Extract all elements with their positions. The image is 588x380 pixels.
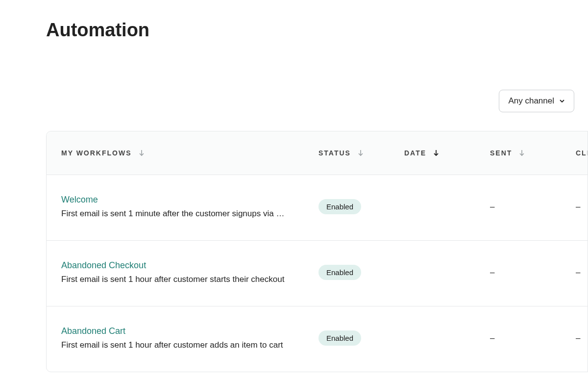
workflow-cell: Abandoned Cart First email is sent 1 hou… — [61, 326, 318, 350]
status-badge: Enabled — [318, 199, 361, 214]
status-cell: Enabled — [318, 265, 404, 280]
workflow-name-link[interactable]: Welcome — [61, 195, 309, 205]
column-header-label: CLI — [576, 149, 588, 157]
workflow-description: First email is sent 1 hour after custome… — [61, 275, 309, 284]
arrow-down-icon — [518, 149, 526, 157]
column-header-label: DATE — [404, 149, 426, 157]
status-cell: Enabled — [318, 199, 404, 214]
status-badge: Enabled — [318, 330, 361, 346]
workflow-description: First email is sent 1 minute after the c… — [61, 209, 309, 219]
table-row: Welcome First email is sent 1 minute aft… — [47, 175, 588, 241]
channel-filter-dropdown[interactable]: Any channel — [499, 90, 574, 112]
channel-filter-label: Any channel — [508, 96, 554, 106]
page-title: Automation — [46, 20, 588, 41]
workflow-description: First email is sent 1 hour after custome… — [61, 340, 309, 350]
arrow-down-icon — [432, 149, 440, 157]
column-header-status[interactable]: STATUS — [318, 149, 404, 157]
column-header-date[interactable]: DATE — [404, 149, 490, 157]
arrow-down-icon — [357, 149, 365, 157]
workflow-name-link[interactable]: Abandoned Cart — [61, 326, 309, 336]
column-header-sent[interactable]: SENT — [490, 149, 576, 157]
column-header-label: MY WORKFLOWS — [61, 149, 132, 157]
chevron-down-icon — [559, 98, 565, 104]
column-header-workflows[interactable]: MY WORKFLOWS — [61, 149, 318, 157]
sent-cell: – — [490, 202, 576, 212]
filter-row: Any channel — [46, 90, 588, 112]
table-row: Abandoned Cart First email is sent 1 hou… — [47, 306, 588, 372]
column-header-label: STATUS — [318, 149, 351, 157]
workflows-table: MY WORKFLOWS STATUS DATE — [46, 131, 588, 372]
status-badge: Enabled — [318, 265, 361, 280]
workflow-cell: Abandoned Checkout First email is sent 1… — [61, 260, 318, 284]
workflow-cell: Welcome First email is sent 1 minute aft… — [61, 195, 318, 219]
table-header: MY WORKFLOWS STATUS DATE — [47, 131, 588, 175]
table-row: Abandoned Checkout First email is sent 1… — [47, 241, 588, 306]
click-cell: – — [576, 333, 588, 343]
column-header-click[interactable]: CLI — [576, 149, 588, 157]
workflow-name-link[interactable]: Abandoned Checkout — [61, 260, 309, 271]
column-header-label: SENT — [490, 149, 512, 157]
sent-cell: – — [490, 268, 576, 278]
sent-cell: – — [490, 333, 576, 343]
click-cell: – — [576, 268, 588, 278]
arrow-down-icon — [138, 149, 146, 157]
status-cell: Enabled — [318, 330, 404, 346]
click-cell: – — [576, 202, 588, 212]
